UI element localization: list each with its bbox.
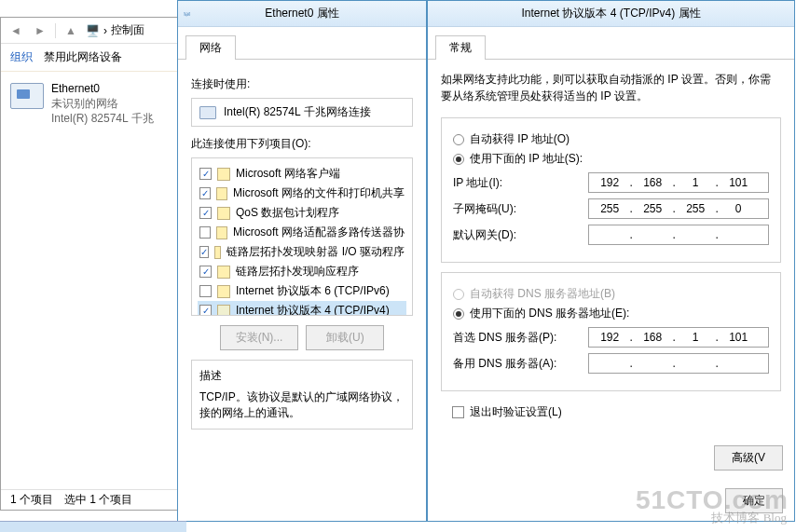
breadcrumb[interactable]: 🖥️ › 控制面 — [86, 22, 144, 38]
auto-ip-radio[interactable]: 自动获得 IP 地址(O) — [453, 131, 769, 147]
octet-input[interactable] — [720, 202, 757, 215]
protocol-item[interactable]: Microsoft 网络的文件和打印机共享 — [198, 184, 406, 203]
status-bar: 1 个项目 选中 1 个项目 — [1, 489, 185, 510]
octet-input[interactable] — [720, 331, 757, 344]
checkbox-icon[interactable] — [199, 168, 212, 180]
uninstall-button[interactable]: 卸载(U) — [306, 325, 384, 350]
adapter-value: Intel(R) 82574L 千兆网络连接 — [224, 104, 371, 120]
protocol-icon — [214, 246, 221, 259]
disable-device-button[interactable]: 禁用此网络设备 — [44, 49, 122, 65]
tab-network[interactable]: 网络 — [185, 35, 236, 60]
protocol-item[interactable]: Internet 协议版本 4 (TCP/IPv4) — [198, 301, 406, 316]
protocol-icon — [217, 207, 230, 220]
tab-row: 网络 — [178, 27, 426, 60]
window-title: Ethernet0 属性 — [265, 6, 338, 21]
octet-input[interactable] — [591, 331, 628, 344]
octet-input[interactable] — [634, 228, 671, 241]
gateway-label: 默认网关(D): — [453, 227, 588, 243]
octet-input[interactable] — [591, 228, 628, 241]
tab-row: 常规 — [428, 27, 794, 60]
checkbox-icon[interactable] — [199, 266, 212, 278]
ip-label: IP 地址(I): — [453, 175, 588, 191]
protocol-item[interactable]: 链路层拓扑发现响应程序 — [198, 262, 406, 281]
octet-input[interactable] — [720, 357, 757, 370]
auto-dns-radio: 自动获得 DNS 服务器地址(B) — [453, 286, 769, 302]
protocol-item[interactable]: 链路层拓扑发现映射器 I/O 驱动程序 — [198, 242, 406, 262]
octet-input[interactable] — [591, 357, 628, 370]
taskbar[interactable] — [0, 521, 186, 532]
adapter-item[interactable]: Ethernet0 未识别的网络 Intel(R) 82574L 千兆 — [1, 72, 185, 135]
ip-input[interactable]: ... — [588, 172, 769, 193]
octet-input[interactable] — [720, 176, 757, 189]
octet-input[interactable] — [591, 176, 628, 189]
protocol-icon — [216, 226, 227, 239]
checkbox-icon[interactable] — [199, 285, 212, 297]
octet-input[interactable] — [720, 228, 757, 241]
advanced-button[interactable]: 高级(V — [714, 445, 783, 471]
forward-icon[interactable]: ► — [31, 21, 49, 40]
adapter-box: Intel(R) 82574L 千兆网络连接 — [191, 98, 413, 127]
protocol-list[interactable]: Microsoft 网络客户端Microsoft 网络的文件和打印机共享QoS … — [191, 157, 413, 316]
ip-group: 自动获得 IP 地址(O) 使用下面的 IP 地址(S): IP 地址(I):.… — [441, 117, 781, 263]
ethernet-properties-dialog: ⎃ Ethernet0 属性 网络 连接时使用: Intel(R) 82574L… — [177, 0, 427, 522]
octet-input[interactable] — [677, 176, 714, 189]
protocol-icon — [217, 305, 230, 317]
description-title: 描述 — [199, 368, 405, 384]
dns-group: 自动获得 DNS 服务器地址(B) 使用下面的 DNS 服务器地址(E): 首选… — [441, 272, 781, 391]
manual-dns-radio[interactable]: 使用下面的 DNS 服务器地址(E): — [453, 306, 769, 321]
tab-general[interactable]: 常规 — [435, 35, 486, 60]
manual-ip-radio[interactable]: 使用下面的 IP 地址(S): — [453, 151, 769, 167]
protocol-label: Internet 协议版本 4 (TCP/IPv4) — [236, 303, 390, 316]
checkbox-icon[interactable] — [199, 305, 212, 316]
description-body: TCP/IP。该协议是默认的广域网络协议，接的网络上的通讯。 — [199, 389, 405, 421]
octet-input[interactable] — [677, 357, 714, 370]
titlebar[interactable]: ⎃ Ethernet0 属性 — [178, 1, 426, 27]
window-title: Internet 协议版本 4 (TCP/IPv4) 属性 — [521, 6, 700, 21]
connect-using-label: 连接时使用: — [191, 76, 413, 92]
up-icon[interactable]: ▲ — [62, 21, 80, 40]
help-text: 如果网络支持此功能，则可以获取自动指派的 IP 设置。否则，你需要从络系统管理员… — [441, 71, 781, 104]
titlebar[interactable]: Internet 协议版本 4 (TCP/IPv4) 属性 — [428, 1, 794, 27]
install-button[interactable]: 安装(N)... — [220, 325, 299, 350]
mask-input[interactable]: ... — [588, 198, 769, 219]
octet-input[interactable] — [591, 202, 628, 215]
octet-input[interactable] — [634, 176, 671, 189]
protocol-label: Microsoft 网络客户端 — [236, 166, 340, 182]
protocol-label: 链路层拓扑发现映射器 I/O 驱动程序 — [226, 244, 405, 260]
protocol-item[interactable]: Microsoft 网络客户端 — [198, 164, 406, 184]
dns1-input[interactable]: ... — [588, 327, 769, 348]
dns2-label: 备用 DNS 服务器(A): — [453, 356, 588, 372]
adapter-status: 未识别的网络 — [51, 96, 154, 111]
validate-check[interactable]: 退出时验证设置(L) — [452, 404, 781, 420]
app-icon: ⎃ — [184, 7, 190, 20]
nic-icon — [199, 106, 216, 119]
protocol-label: Internet 协议版本 6 (TCP/IPv6) — [236, 283, 390, 299]
octet-input[interactable] — [677, 228, 714, 241]
protocol-item[interactable]: Microsoft 网络适配器多路传送器协 — [198, 223, 406, 242]
selected-count: 选中 1 个项目 — [64, 492, 132, 508]
octet-input[interactable] — [634, 331, 671, 344]
protocol-item[interactable]: QoS 数据包计划程序 — [198, 203, 406, 223]
checkbox-icon[interactable] — [199, 187, 211, 199]
octet-input[interactable] — [634, 357, 671, 370]
protocol-label: Microsoft 网络的文件和打印机共享 — [233, 185, 405, 201]
dns2-input[interactable]: ... — [588, 353, 769, 374]
back-icon[interactable]: ◄ — [7, 21, 25, 40]
uses-items-label: 此连接使用下列项目(O): — [191, 136, 413, 152]
organize-menu[interactable]: 组织 — [10, 49, 33, 65]
description-box: 描述 TCP/IP。该协议是默认的广域网络协议，接的网络上的通讯。 — [191, 360, 413, 430]
octet-input[interactable] — [634, 202, 671, 215]
checkbox-icon[interactable] — [199, 246, 209, 258]
protocol-item[interactable]: Internet 协议版本 6 (TCP/IPv6) — [198, 281, 406, 301]
adapter-name: Ethernet0 — [51, 81, 154, 96]
gateway-input[interactable]: ... — [588, 225, 769, 245]
checkbox-icon[interactable] — [199, 207, 212, 219]
dns1-label: 首选 DNS 服务器(P): — [453, 330, 588, 346]
protocol-icon — [217, 168, 230, 181]
protocol-icon — [217, 285, 230, 298]
octet-input[interactable] — [677, 331, 714, 344]
watermark-sub: 技术博客 Blog — [711, 510, 787, 526]
protocol-icon — [216, 187, 227, 200]
octet-input[interactable] — [677, 202, 714, 215]
checkbox-icon[interactable] — [199, 226, 211, 239]
